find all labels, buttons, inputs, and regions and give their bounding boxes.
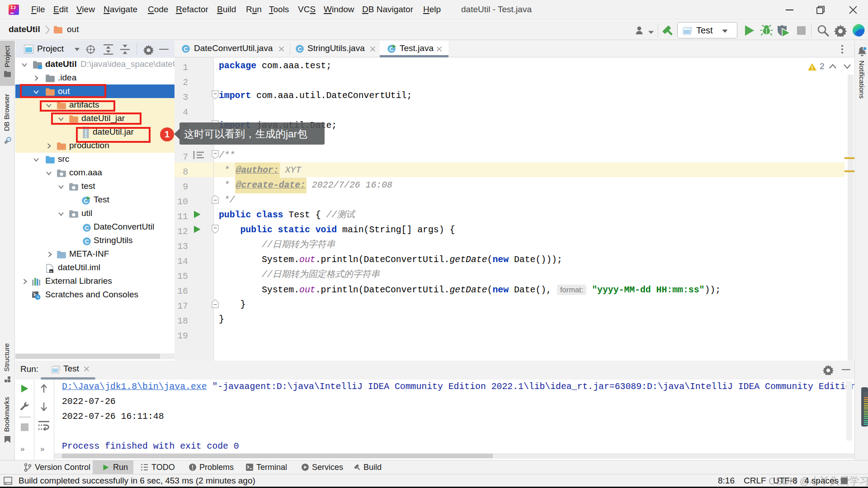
svg-text:C: C — [297, 46, 302, 52]
svg-text:C: C — [85, 238, 89, 245]
svg-text:C: C — [184, 46, 188, 52]
svg-text:C: C — [85, 225, 89, 231]
